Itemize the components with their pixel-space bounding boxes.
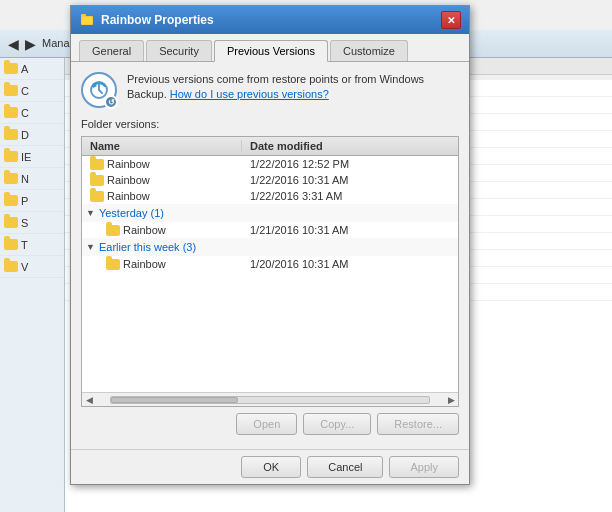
- nav-item-d[interactable]: D: [0, 124, 64, 146]
- col-name-header: Name: [82, 140, 242, 152]
- ok-button[interactable]: OK: [241, 456, 301, 478]
- tab-previous-versions[interactable]: Previous Versions: [214, 40, 328, 62]
- svg-rect-2: [82, 17, 92, 24]
- nav-item-n[interactable]: N: [0, 168, 64, 190]
- nav-back-icon[interactable]: ◀: [8, 36, 19, 52]
- close-button[interactable]: ✕: [441, 11, 461, 29]
- tab-customize[interactable]: Customize: [330, 40, 408, 61]
- restore-icon: ↺: [81, 72, 117, 108]
- dialog-content: ↺ Previous versions come from restore po…: [71, 62, 469, 449]
- version-row-1[interactable]: Rainbow 1/22/2016 12:52 PM: [82, 156, 458, 172]
- nav-item-v[interactable]: V: [0, 256, 64, 278]
- info-text-block: Previous versions come from restore poin…: [127, 72, 459, 103]
- restore-button[interactable]: Restore...: [377, 413, 459, 435]
- version-row-yesterday-1[interactable]: Rainbow 1/21/2016 10:31 AM: [82, 222, 458, 238]
- row-name: Rainbow: [123, 258, 166, 270]
- col-date-header: Date modified: [242, 140, 444, 152]
- cancel-button[interactable]: Cancel: [307, 456, 383, 478]
- tab-general[interactable]: General: [79, 40, 144, 61]
- row-name: Rainbow: [123, 224, 166, 236]
- info-link[interactable]: How do I use previous versions?: [170, 88, 329, 100]
- tabs-bar: General Security Previous Versions Custo…: [71, 34, 469, 62]
- version-row-3[interactable]: Rainbow 1/22/2016 3:31 AM: [82, 188, 458, 204]
- versions-table-body[interactable]: Rainbow 1/22/2016 12:52 PM Rainbow 1/22/…: [82, 156, 458, 392]
- folder-icon: [106, 225, 120, 236]
- h-scroll-track[interactable]: [110, 396, 430, 404]
- versions-table-header: Name Date modified: [82, 137, 458, 156]
- row-name: Rainbow: [107, 190, 150, 202]
- properties-dialog: Rainbow Properties ✕ General Security Pr…: [70, 5, 470, 485]
- nav-item-ie[interactable]: IE: [0, 146, 64, 168]
- group-label: Earlier this week (3): [99, 241, 196, 253]
- titlebar-controls: ✕: [441, 11, 461, 29]
- expand-icon: ▼: [86, 242, 95, 252]
- nav-item-s[interactable]: S: [0, 212, 64, 234]
- folder-icon: [106, 259, 120, 270]
- open-button[interactable]: Open: [236, 413, 297, 435]
- expand-icon: ▼: [86, 208, 95, 218]
- svg-rect-1: [81, 14, 86, 17]
- group-label: Yesterday (1): [99, 207, 164, 219]
- nav-item-c2[interactable]: C: [0, 102, 64, 124]
- version-row-2[interactable]: Rainbow 1/22/2016 10:31 AM: [82, 172, 458, 188]
- version-row-week-1[interactable]: Rainbow 1/20/2016 10:31 AM: [82, 256, 458, 272]
- nav-item-a[interactable]: A: [0, 58, 64, 80]
- action-buttons: Open Copy... Restore...: [81, 407, 459, 439]
- copy-button[interactable]: Copy...: [303, 413, 371, 435]
- row-name: Rainbow: [107, 174, 150, 186]
- row-name: Rainbow: [107, 158, 150, 170]
- h-scroll-thumb[interactable]: [111, 397, 238, 403]
- dialog-title-icon: [79, 12, 95, 28]
- h-scrollbar[interactable]: ◀ ▶: [82, 392, 458, 406]
- nav-item-t[interactable]: T: [0, 234, 64, 256]
- info-section: ↺ Previous versions come from restore po…: [81, 72, 459, 108]
- tab-security[interactable]: Security: [146, 40, 212, 61]
- dialog-title-text: Rainbow Properties: [101, 13, 441, 27]
- dialog-titlebar: Rainbow Properties ✕: [71, 6, 469, 34]
- nav-forward-icon[interactable]: ▶: [25, 36, 36, 52]
- folder-icon: [90, 191, 104, 202]
- group-earlier-week[interactable]: ▼ Earlier this week (3): [82, 238, 458, 256]
- group-yesterday[interactable]: ▼ Yesterday (1): [82, 204, 458, 222]
- nav-item-c1[interactable]: C: [0, 80, 64, 102]
- folder-icon: [90, 159, 104, 170]
- nav-item-p[interactable]: P: [0, 190, 64, 212]
- folder-icon: [90, 175, 104, 186]
- versions-table: Name Date modified Rainbow 1/22/2016 12:…: [81, 136, 459, 407]
- apply-button[interactable]: Apply: [389, 456, 459, 478]
- folder-versions-label: Folder versions:: [81, 118, 459, 130]
- dialog-footer: OK Cancel Apply: [71, 449, 469, 484]
